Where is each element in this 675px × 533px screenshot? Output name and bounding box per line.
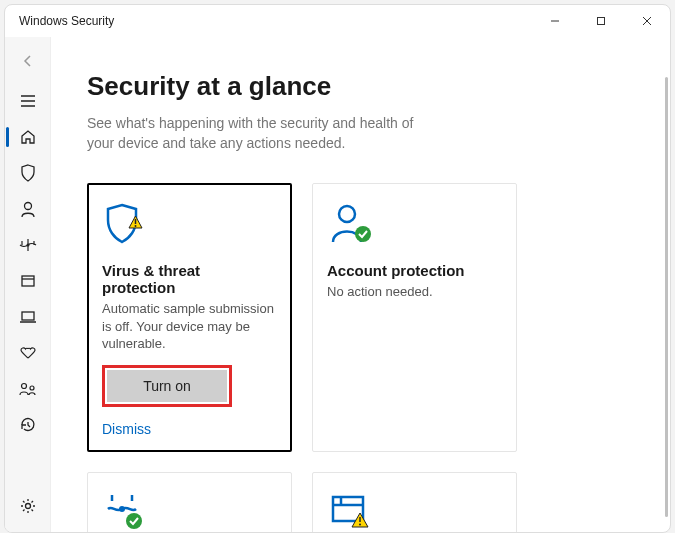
svg-point-21 (126, 513, 142, 529)
person-icon (19, 200, 37, 218)
nav-family-options[interactable] (6, 371, 50, 407)
nav-account-protection[interactable] (6, 191, 50, 227)
card-app-browser[interactable] (312, 472, 517, 532)
main-content: Security at a glance See what's happenin… (51, 37, 670, 532)
svg-point-19 (355, 226, 371, 242)
svg-rect-9 (22, 276, 34, 286)
nav-device-security[interactable] (6, 299, 50, 335)
svg-point-8 (26, 244, 29, 247)
cards-grid: Virus & threat protection Automatic samp… (87, 183, 634, 532)
body: Security at a glance See what's happenin… (5, 37, 670, 532)
laptop-icon (19, 310, 37, 324)
minimize-button[interactable] (532, 5, 578, 37)
card-account-protection[interactable]: Account protection No action needed. (312, 183, 517, 452)
nav-app-browser[interactable] (6, 263, 50, 299)
person-check-icon (327, 202, 377, 248)
window-warning-icon (327, 491, 377, 532)
svg-point-14 (30, 386, 34, 390)
nav-virus-protection[interactable] (6, 155, 50, 191)
page-subtitle: See what's happening with the security a… (87, 114, 427, 153)
shield-icon (19, 163, 37, 183)
nav-protection-history[interactable] (6, 407, 50, 443)
maximize-icon (596, 16, 606, 26)
virus-card-desc: Automatic sample submission is off. Your… (102, 300, 277, 353)
svg-point-13 (21, 384, 26, 389)
gear-icon (19, 497, 37, 515)
maximize-button[interactable] (578, 5, 624, 37)
svg-point-17 (135, 225, 137, 227)
app-window: Windows Security (4, 4, 671, 533)
titlebar: Windows Security (5, 5, 670, 37)
window-icon (20, 273, 36, 289)
back-button[interactable] (9, 45, 47, 77)
account-card-title: Account protection (327, 262, 502, 279)
svg-rect-1 (598, 18, 605, 25)
dismiss-link[interactable]: Dismiss (102, 421, 151, 437)
window-controls (532, 5, 670, 37)
shield-warning-icon (102, 202, 152, 248)
card-virus-threat[interactable]: Virus & threat protection Automatic samp… (87, 183, 292, 452)
back-arrow-icon (20, 53, 36, 69)
window-title: Windows Security (19, 14, 114, 28)
svg-rect-11 (22, 312, 34, 320)
svg-point-7 (24, 203, 31, 210)
page-title: Security at a glance (87, 71, 634, 102)
turn-on-button[interactable]: Turn on (107, 370, 227, 402)
heart-pulse-icon (19, 346, 37, 360)
scrollbar[interactable] (665, 77, 668, 517)
hamburger-icon (20, 94, 36, 108)
card-firewall[interactable] (87, 472, 292, 532)
nav-menu-button[interactable] (6, 83, 50, 119)
svg-point-18 (339, 206, 355, 222)
turn-on-highlight: Turn on (102, 365, 232, 407)
virus-card-icon (102, 202, 277, 248)
sidebar (5, 37, 51, 532)
svg-point-26 (359, 523, 361, 525)
network-check-icon (102, 491, 152, 532)
account-card-desc: No action needed. (327, 283, 502, 301)
close-icon (642, 16, 652, 26)
nav-settings[interactable] (6, 488, 50, 524)
minimize-icon (550, 16, 560, 26)
svg-point-15 (25, 504, 30, 509)
firewall-card-icon (102, 491, 277, 532)
home-icon (19, 128, 37, 146)
app-card-icon (327, 491, 502, 532)
svg-point-20 (119, 506, 125, 512)
firewall-icon (18, 237, 38, 253)
virus-card-title: Virus & threat protection (102, 262, 277, 296)
family-icon (18, 381, 38, 397)
account-card-icon (327, 202, 502, 248)
nav-home[interactable] (6, 119, 50, 155)
close-button[interactable] (624, 5, 670, 37)
history-icon (19, 416, 37, 434)
nav-device-performance[interactable] (6, 335, 50, 371)
nav-firewall[interactable] (6, 227, 50, 263)
